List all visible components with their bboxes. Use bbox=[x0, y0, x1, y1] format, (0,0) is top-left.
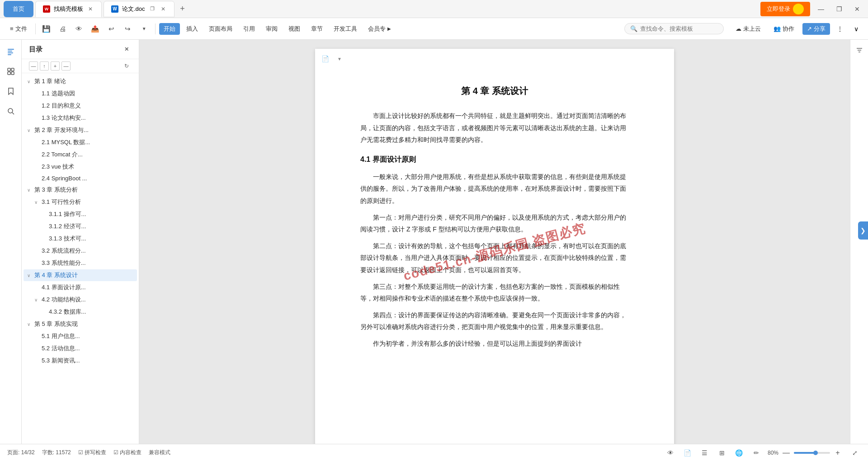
svg-rect-3 bbox=[8, 54, 11, 55]
toc-item-3-1-3-label: 3.1.3 技术可... bbox=[49, 235, 86, 243]
template-tab-close[interactable]: ✕ bbox=[87, 5, 94, 13]
layout-menu-btn[interactable]: 页面布局 bbox=[204, 23, 237, 35]
home-tab-label: 首页 bbox=[13, 5, 24, 13]
focus-view-btn[interactable]: 🌐 bbox=[733, 447, 745, 459]
toc-item-4-2-label: 4.2 功能结构设... bbox=[42, 296, 86, 304]
doc-tab-close[interactable]: ✕ bbox=[160, 5, 167, 13]
chapter-menu-btn[interactable]: 章节 bbox=[307, 23, 327, 35]
web-view-btn[interactable]: ⊞ bbox=[716, 447, 728, 459]
toc-item-1-1[interactable]: 1.1 选题动因 bbox=[24, 88, 137, 99]
view-menu-btn[interactable]: 视图 bbox=[284, 23, 305, 35]
tab-home[interactable]: 首页 bbox=[4, 1, 33, 17]
toc-close-btn[interactable]: ✕ bbox=[122, 44, 132, 54]
devtools-menu-btn[interactable]: 开发工具 bbox=[329, 23, 362, 35]
restore-button[interactable]: ❐ bbox=[832, 2, 846, 16]
content-check-btn[interactable]: ☑ 内容检查 bbox=[113, 449, 142, 456]
bookmark-sidebar-btn[interactable] bbox=[3, 83, 19, 99]
toc-item-2-2[interactable]: 2.2 Tomcat 介... bbox=[24, 149, 137, 160]
export-btn[interactable]: 📤 bbox=[88, 22, 103, 36]
toc-item-3-1[interactable]: ∨ 3.1 可行性分析 bbox=[24, 196, 137, 208]
toc-expand-down-btn[interactable]: + bbox=[51, 61, 60, 71]
point4-paragraph: 第四点：设计的界面要保证传达的内容清晰准确。要避免在同一个页面设计非常多的内容，… bbox=[360, 309, 629, 333]
spell-check-btn[interactable]: ☑ 拼写检查 bbox=[78, 449, 106, 456]
expand-toolbar-btn[interactable]: ∨ bbox=[850, 23, 863, 35]
login-button[interactable]: 立即登录 bbox=[760, 2, 810, 16]
redo-btn[interactable]: ↪ bbox=[121, 22, 135, 36]
tab-template[interactable]: W 找稿壳模板 ✕ bbox=[35, 1, 102, 17]
toc-item-3-1-3[interactable]: 3.1.3 技术可... bbox=[24, 233, 137, 245]
toc-item-4-1[interactable]: 4.1 界面设计原... bbox=[24, 282, 137, 293]
search-box[interactable]: 🔍 bbox=[624, 23, 724, 34]
fullscreen-btn[interactable]: ⤢ bbox=[849, 447, 861, 459]
toc-item-ch4[interactable]: ∨ 第 4 章 系统设计 bbox=[24, 269, 137, 281]
collab-btn[interactable]: 👥 协作 bbox=[769, 23, 799, 35]
toc-item-5-3[interactable]: 5.3 新闻资讯... bbox=[24, 355, 137, 367]
toc-refresh-btn[interactable]: ↻ bbox=[122, 61, 132, 71]
doc-file-icon[interactable]: 📄 bbox=[319, 52, 331, 65]
undo-btn[interactable]: ↩ bbox=[104, 22, 119, 36]
svg-rect-1 bbox=[8, 51, 12, 52]
doc-dropdown-btn[interactable]: ▼ bbox=[333, 52, 346, 65]
edit-btn[interactable]: ✏ bbox=[750, 447, 762, 459]
toc-item-5-1[interactable]: 5.1 用户信息... bbox=[24, 330, 137, 342]
toc-expand-up-btn[interactable]: ↑ bbox=[40, 61, 49, 71]
toc-collapse-all-btn[interactable]: — bbox=[29, 61, 38, 71]
toc-item-ch1[interactable]: ∨ 第 1 章 绪论 bbox=[24, 75, 137, 87]
toc-item-3-2[interactable]: 3.2 系统流程分... bbox=[24, 245, 137, 257]
toc-toggle-ch5: ∨ bbox=[27, 322, 33, 327]
zoom-in-btn[interactable]: + bbox=[832, 447, 844, 459]
cloud-label: 未上云 bbox=[743, 25, 761, 33]
more-undo-btn[interactable]: ▼ bbox=[137, 22, 151, 36]
toc-item-4-3-2[interactable]: 4.3.2 数据库... bbox=[24, 306, 137, 318]
toc-header-actions: ✕ bbox=[122, 44, 132, 54]
reference-menu-btn[interactable]: 引用 bbox=[239, 23, 259, 35]
outline-view-btn[interactable]: ☰ bbox=[699, 447, 711, 459]
print-btn[interactable]: 🖨 bbox=[56, 22, 70, 36]
zoom-slider[interactable] bbox=[794, 452, 830, 454]
shapes-sidebar-btn[interactable] bbox=[3, 63, 19, 80]
doc-tab-restore[interactable]: ❐ bbox=[149, 5, 156, 13]
toc-item-ch1-label: 第 1 章 绪论 bbox=[34, 77, 66, 85]
search-input[interactable] bbox=[640, 25, 718, 32]
toc-sidebar-btn[interactable] bbox=[3, 43, 19, 60]
tab-doc[interactable]: W 论文.doc ❐ ✕ bbox=[104, 1, 175, 17]
member-menu-btn[interactable]: 会员专 ▶ bbox=[363, 23, 396, 35]
preview-btn[interactable]: 👁 bbox=[72, 22, 86, 36]
start-menu-btn[interactable]: 开始 bbox=[159, 23, 180, 35]
toc-item-ch5[interactable]: ∨ 第 5 章 系统实现 bbox=[24, 318, 137, 330]
right-sidebar bbox=[850, 40, 868, 444]
toc-item-5-2[interactable]: 5.2 活动信息... bbox=[24, 343, 137, 354]
wps-template-icon: W bbox=[43, 5, 50, 13]
search-sidebar-btn[interactable] bbox=[3, 103, 19, 119]
toc-item-1-3[interactable]: 1.3 论文结构安... bbox=[24, 112, 137, 124]
toc-item-ch2[interactable]: ∨ 第 2 章 开发环境与... bbox=[24, 124, 137, 136]
toc-item-2-1[interactable]: 2.1 MYSQL 数据... bbox=[24, 136, 137, 148]
toc-item-2-4[interactable]: 2.4 SpringBoot ... bbox=[24, 173, 137, 183]
toc-item-ch3[interactable]: ∨ 第 3 章 系统分析 bbox=[24, 184, 137, 196]
toc-item-2-3[interactable]: 2.3 vue 技术 bbox=[24, 161, 137, 173]
toc-indent-less-btn[interactable]: — bbox=[61, 61, 71, 71]
share-btn[interactable]: ↗ 分享 bbox=[802, 23, 830, 35]
zoom-out-btn[interactable]: — bbox=[780, 447, 792, 459]
review-menu-btn[interactable]: 审阅 bbox=[261, 23, 282, 35]
toc-item-1-2[interactable]: 1.2 目的和意义 bbox=[24, 100, 137, 112]
cloud-btn[interactable]: ☁ 未上云 bbox=[731, 23, 765, 35]
minimize-button[interactable]: — bbox=[814, 2, 828, 16]
right-filter-icon[interactable] bbox=[853, 43, 866, 57]
toc-toggle-3-1: ∨ bbox=[34, 200, 41, 205]
read-mode-btn[interactable]: 👁 bbox=[665, 447, 676, 459]
toc-item-4-2[interactable]: ∨ 4.2 功能结构设... bbox=[24, 294, 137, 306]
insert-menu-btn[interactable]: 插入 bbox=[182, 23, 203, 35]
toc-item-3-3[interactable]: 3.3 系统性能分... bbox=[24, 257, 137, 269]
menu-toggle-btn[interactable]: ≡ 文件 bbox=[5, 23, 32, 35]
toc-expand-controls: — ↑ + — ↻ bbox=[22, 59, 139, 73]
toc-item-3-1-1[interactable]: 3.1.1 操作可... bbox=[24, 208, 137, 220]
close-button[interactable]: ✕ bbox=[850, 2, 864, 16]
toc-item-3-1-2[interactable]: 3.1.2 经济可... bbox=[24, 221, 137, 232]
save-btn[interactable]: 💾 bbox=[39, 22, 54, 36]
print-view-btn[interactable]: 📄 bbox=[682, 447, 693, 459]
toc-item-5-3-label: 5.3 新闻资讯... bbox=[42, 357, 80, 365]
new-tab-btn[interactable]: + bbox=[176, 3, 189, 15]
floating-panel-tab[interactable]: ❯ bbox=[858, 221, 868, 240]
more-options-btn[interactable]: ⋮ bbox=[834, 23, 846, 35]
